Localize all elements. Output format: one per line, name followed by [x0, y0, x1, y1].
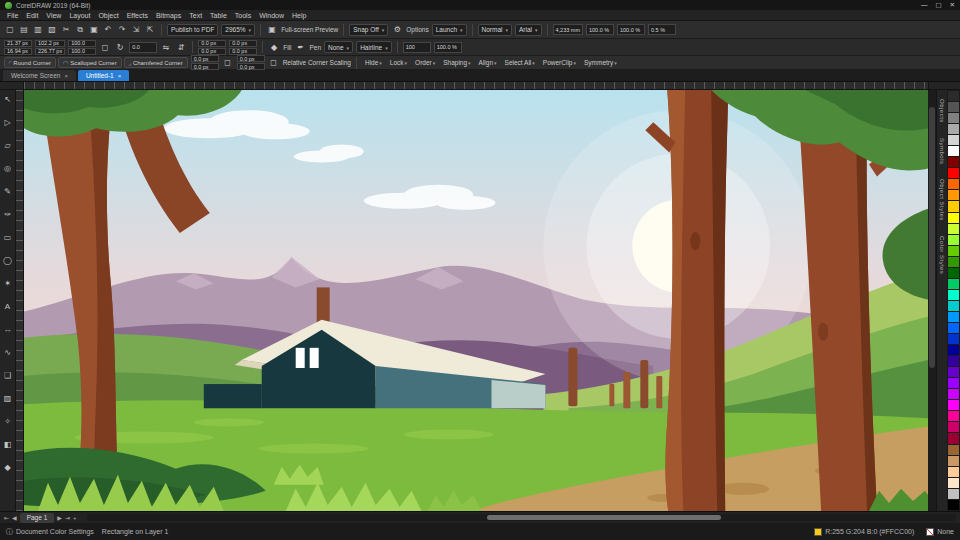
fill-flyout-label[interactable]: Fill	[283, 44, 291, 51]
add-page-icon[interactable]: +	[73, 515, 77, 521]
radius-bottom-left-field[interactable]: 0.0 px	[198, 48, 226, 55]
tool-text[interactable]: A	[2, 300, 14, 312]
docker-tab-color-styles[interactable]: Color Styles	[939, 233, 945, 277]
fullscreen-preview-icon[interactable]: ▣	[266, 24, 278, 36]
fence-post[interactable]	[623, 372, 630, 408]
palette-swatch[interactable]	[948, 190, 959, 200]
palette-swatch[interactable]	[948, 489, 959, 499]
palette-swatch[interactable]	[948, 389, 959, 399]
maximize-icon[interactable]: ▢	[935, 1, 941, 9]
symmetry-menu[interactable]: Symmetry	[581, 59, 620, 66]
fence-post[interactable]	[656, 376, 662, 408]
tool-connector[interactable]: ∿	[2, 346, 14, 358]
select-all-menu[interactable]: Select All	[502, 59, 538, 66]
tree-knot[interactable]	[690, 232, 700, 250]
palette-swatch[interactable]	[948, 257, 959, 267]
pen-flyout-label[interactable]: Pen	[309, 44, 321, 51]
palette-swatch[interactable]	[948, 400, 959, 410]
house-window[interactable]	[296, 348, 305, 368]
tab-welcome-screen[interactable]: Welcome Screen×	[3, 70, 76, 81]
ruler-origin-corner[interactable]	[0, 82, 24, 89]
size-width-field[interactable]: 102.2 px	[35, 40, 65, 47]
menu-edit[interactable]: Edit	[26, 12, 38, 19]
view-quality-combo[interactable]: Normal	[478, 24, 512, 36]
grass-streak[interactable]	[259, 444, 369, 454]
menu-effects[interactable]: Effects	[127, 12, 148, 19]
cloud[interactable]	[242, 123, 310, 139]
palette-swatch[interactable]	[948, 179, 959, 189]
first-page-icon[interactable]: ⇤	[4, 514, 9, 521]
palette-swatch[interactable]	[948, 345, 959, 355]
next-page-icon[interactable]: ▶	[57, 514, 62, 521]
menu-tools[interactable]: Tools	[235, 12, 251, 19]
snap-combo[interactable]: Snap Off	[349, 24, 388, 36]
house-left-extension[interactable]	[204, 384, 262, 408]
fence-post[interactable]	[568, 348, 577, 406]
import-icon[interactable]: ⇲	[130, 24, 142, 36]
menu-table[interactable]: Table	[210, 12, 227, 19]
undo-icon[interactable]: ↶	[102, 24, 114, 36]
palette-swatch[interactable]	[948, 378, 959, 388]
options-label[interactable]: Options	[406, 26, 428, 33]
launch-combo[interactable]: Launch	[432, 24, 467, 36]
palette-swatch[interactable]	[948, 113, 959, 123]
tree-knot[interactable]	[818, 323, 828, 341]
palette-swatch[interactable]	[948, 334, 959, 344]
menu-layout[interactable]: Layout	[69, 12, 90, 19]
palette-swatch[interactable]	[948, 467, 959, 477]
tool-transparency[interactable]: ▨	[2, 392, 14, 404]
docker-tab-objects[interactable]: Objects	[939, 96, 945, 126]
tool-rectangle[interactable]: ▭	[2, 231, 14, 243]
export-icon[interactable]: ⇱	[144, 24, 156, 36]
horizontal-scrollbar[interactable]	[87, 514, 956, 521]
shaping-menu[interactable]: Shaping	[440, 59, 473, 66]
publish-pdf-button[interactable]: Publish to PDF	[167, 24, 218, 36]
landscape-illustration[interactable]	[24, 90, 928, 511]
object-opacity-field[interactable]: 100.0 %	[434, 42, 462, 53]
mirror-horizontal-icon[interactable]: ⇋	[160, 41, 172, 53]
radius-top-right-field[interactable]: 0.0 px	[229, 40, 257, 47]
outline-none-swatch[interactable]	[926, 528, 934, 536]
lock-ratio-icon[interactable]: ◻	[99, 41, 111, 53]
fill-color-swatch[interactable]	[814, 528, 822, 536]
palette-swatch[interactable]	[948, 456, 959, 466]
house-window[interactable]	[310, 348, 319, 368]
palette-swatch[interactable]	[948, 224, 959, 234]
minimize-icon[interactable]: —	[921, 1, 928, 9]
new-document-icon[interactable]: ▢	[4, 24, 16, 36]
redo-icon[interactable]: ↷	[116, 24, 128, 36]
tab-untitled-1[interactable]: Untitled-1×	[78, 70, 129, 81]
palette-swatch[interactable]	[948, 246, 959, 256]
scale-b-field[interactable]: 100.0 %	[617, 24, 645, 35]
horizontal-scrollbar-thumb[interactable]	[487, 515, 722, 520]
palette-swatch[interactable]	[948, 102, 959, 112]
palette-swatch[interactable]	[948, 124, 959, 134]
tool-polygon[interactable]: ✶	[2, 277, 14, 289]
tool-ellipse[interactable]: ◯	[2, 254, 14, 266]
tool-interactive-fill[interactable]: ◧	[2, 438, 14, 450]
docker-tab-symbols[interactable]: Symbols	[939, 135, 945, 168]
palette-swatch[interactable]	[948, 168, 959, 178]
tool-freehand[interactable]: ✎	[2, 185, 14, 197]
document-color-settings-label[interactable]: Document Color Settings	[16, 528, 94, 535]
docker-tab-object-styles[interactable]: Object Styles	[939, 176, 945, 224]
palette-swatch[interactable]	[948, 146, 959, 156]
copy-icon[interactable]: ⧉	[74, 24, 86, 36]
duplicate-distance-field[interactable]: 4,233 mm	[553, 24, 583, 35]
last-page-icon[interactable]: ⇥	[65, 514, 70, 521]
corner-r1-field[interactable]: 0.0 px	[191, 55, 219, 62]
palette-swatch[interactable]	[948, 478, 959, 488]
relative-corner-scaling-label[interactable]: Relative Corner Scaling	[283, 59, 351, 66]
palette-swatch[interactable]	[948, 500, 959, 510]
vertical-scrollbar-thumb[interactable]	[929, 107, 935, 368]
treat-as-filled-field[interactable]: 0.5 %	[648, 24, 676, 35]
palette-swatch[interactable]	[948, 367, 959, 377]
rotation-angle-field[interactable]: 0.0	[129, 42, 157, 53]
outline-width-combo[interactable]: Hairline	[356, 41, 392, 53]
scale-width-field[interactable]: 100.0	[68, 40, 96, 47]
close-tab-icon[interactable]: ×	[118, 73, 122, 79]
drawing-canvas[interactable]	[24, 90, 928, 511]
tool-parallel-dimension[interactable]: ↔	[2, 323, 14, 335]
palette-swatch[interactable]	[948, 290, 959, 300]
scale-a-field[interactable]: 100.0 %	[586, 24, 614, 35]
